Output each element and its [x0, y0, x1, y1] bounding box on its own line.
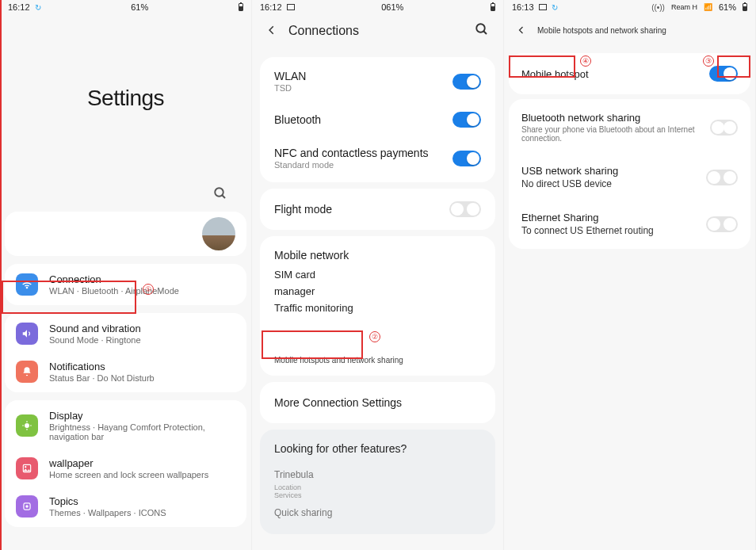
settings-item-notifications[interactable]: Notifications Status Bar · Do Not Distur…	[5, 353, 246, 391]
status-carrier: Ream H	[671, 3, 697, 11]
svg-line-1	[222, 195, 225, 198]
page-title: Connections	[288, 24, 359, 38]
row-more-settings[interactable]: More Connection Settings	[260, 385, 495, 420]
row-subtitle: No direct USB device	[521, 178, 618, 189]
connections-group-2: Flight mode	[260, 189, 495, 230]
sound-icon	[16, 323, 38, 345]
bell-icon	[16, 361, 38, 383]
toggle-wlan[interactable]	[452, 74, 481, 90]
status-bar: 16:12 061%	[252, 0, 503, 14]
row-wlan[interactable]: WLAN TSD	[260, 60, 495, 102]
profile-row[interactable]	[5, 212, 246, 256]
item-title: wallpaper	[49, 457, 208, 469]
item-subtitle: WLAN · Bluetooth · AirplaneMode	[49, 286, 179, 296]
sub-sim[interactable]: SIM card	[274, 266, 481, 283]
row-ethernet-sharing[interactable]: Ethernet Sharing To connect US Ethernet …	[509, 201, 750, 247]
looking-title: Looking for other features?	[274, 442, 481, 455]
picture-icon	[287, 4, 295, 10]
toggle-bt-sharing[interactable]	[710, 120, 738, 136]
wallpaper-icon	[16, 457, 38, 479]
item-subtitle: Sound Mode · Ringtone	[49, 335, 141, 345]
themes-icon	[16, 495, 38, 518]
row-flight-mode[interactable]: Flight mode	[260, 192, 495, 227]
toggle-bluetooth[interactable]	[452, 112, 481, 128]
toggle-nfc[interactable]	[452, 151, 481, 166]
row-usb-sharing[interactable]: USB network sharing No direct USB device	[509, 154, 750, 201]
panel-hotspot: 16:13 ↻ ((•)) Ream H 📶 61% Mobile hotspo…	[504, 0, 756, 550]
connections-group-4: More Connection Settings	[260, 382, 495, 423]
row-mobile-network[interactable]: Mobile network	[260, 239, 495, 265]
status-bar: 16:12 ↻ 61%	[0, 0, 251, 14]
row-title: USB network sharing	[521, 165, 618, 177]
sub-manager[interactable]: manager	[274, 283, 481, 300]
connections-group-1: WLAN TSD Bluetooth NFC and contactless p…	[260, 57, 495, 182]
sub-traffic[interactable]: Traffic monitoring	[274, 300, 481, 316]
svg-point-11	[25, 505, 29, 508]
settings-item-display[interactable]: Display Brightness · Hayang Comfort Prot…	[5, 402, 246, 449]
row-mobile-hotspot[interactable]: Mobile hotspot	[509, 55, 750, 93]
annotation-label-1: ①	[143, 284, 154, 295]
back-icon[interactable]	[266, 23, 277, 40]
svg-point-3	[25, 424, 29, 428]
hotspot-card-1: Mobile hotspot	[509, 53, 750, 94]
wifi-icon	[16, 273, 38, 296]
status-time: 16:13	[512, 2, 534, 12]
annotation-label-4: ④	[580, 55, 591, 67]
battery-icon	[743, 3, 747, 11]
status-bar: 16:13 ↻ ((•)) Ream H 📶 61%	[504, 0, 755, 14]
battery-icon	[239, 3, 243, 11]
annotation-label-2: ②	[369, 331, 380, 342]
status-battery-pct: 61%	[719, 2, 736, 12]
settings-item-wallpaper[interactable]: wallpaper Home screen and lock screen wa…	[5, 449, 246, 487]
sync-icon: ↻	[552, 3, 558, 12]
row-bluetooth[interactable]: Bluetooth	[260, 102, 495, 137]
row-title: Ethernet Sharing	[521, 212, 654, 223]
settings-item-connection[interactable]: Connection WLAN · Bluetooth · AirplaneMo…	[5, 265, 246, 304]
page-header: Connections	[252, 14, 503, 51]
sync-icon: ↻	[35, 3, 41, 12]
looking-item[interactable]: Quick sharing	[274, 504, 481, 521]
hotspot-card-2: Bluetooth network sharing Share your pho…	[509, 99, 750, 249]
item-title: Connection	[49, 273, 179, 285]
row-title: Flight mode	[274, 203, 332, 216]
row-subtitle: Standard mode	[274, 160, 429, 170]
row-subtitle: To connect US Ethernet routing	[521, 225, 654, 236]
hotspot-status-icon: ((•))	[651, 3, 665, 12]
row-title: Mobile network	[274, 249, 349, 262]
row-subtitle: Share your phone via Bluetooth about an …	[521, 125, 710, 143]
toggle-usb-sharing[interactable]	[706, 170, 738, 185]
svg-point-2	[26, 287, 27, 288]
item-title: Display	[49, 410, 235, 422]
picture-icon	[539, 4, 547, 10]
row-title: Bluetooth	[274, 113, 321, 126]
search-icon[interactable]	[213, 186, 227, 204]
row-title: Bluetooth network sharing	[521, 112, 710, 124]
back-icon[interactable]	[517, 22, 526, 39]
looking-item[interactable]: Location	[274, 483, 481, 491]
row-title: WLAN	[274, 70, 306, 82]
svg-line-13	[483, 31, 487, 34]
panel-connections: 16:12 061% Connections WLAN TSD Bluetoo	[252, 0, 504, 550]
row-hotspots[interactable]: Mobile hotspots and network sharing	[260, 348, 495, 372]
search-icon[interactable]	[475, 22, 489, 40]
row-bt-sharing[interactable]: Bluetooth network sharing Share your pho…	[509, 101, 750, 154]
looking-item[interactable]: Trinebula	[274, 466, 481, 483]
status-battery-pct: 061%	[381, 2, 403, 12]
toggle-eth-sharing[interactable]	[706, 216, 738, 232]
row-nfc[interactable]: NFC and contactless payments Standard mo…	[260, 137, 495, 179]
toggle-hotspot[interactable]	[709, 66, 738, 82]
page-header: Mobile hotspots and network sharing	[504, 14, 755, 48]
settings-item-sound[interactable]: Sound and vibration Sound Mode · Rington…	[5, 315, 246, 353]
item-title: Sound and vibration	[49, 323, 141, 334]
display-icon	[16, 414, 38, 437]
item-subtitle: Home screen and lock screen wallpapers	[49, 470, 208, 479]
looking-item[interactable]: Services	[274, 491, 481, 499]
settings-item-topics[interactable]: Topics Themes · Wallpapers · ICONS	[5, 487, 246, 525]
item-title: Notifications	[49, 361, 155, 372]
avatar[interactable]	[202, 217, 235, 250]
connections-group-3: Mobile network SIM card manager Traffic …	[260, 236, 495, 376]
settings-group-2: Sound and vibration Sound Mode · Rington…	[5, 313, 246, 392]
toggle-flight[interactable]	[449, 201, 481, 217]
page-title: Mobile hotspots and network sharing	[537, 26, 666, 35]
mobile-sublist: SIM card manager Traffic monitoring	[260, 265, 495, 324]
